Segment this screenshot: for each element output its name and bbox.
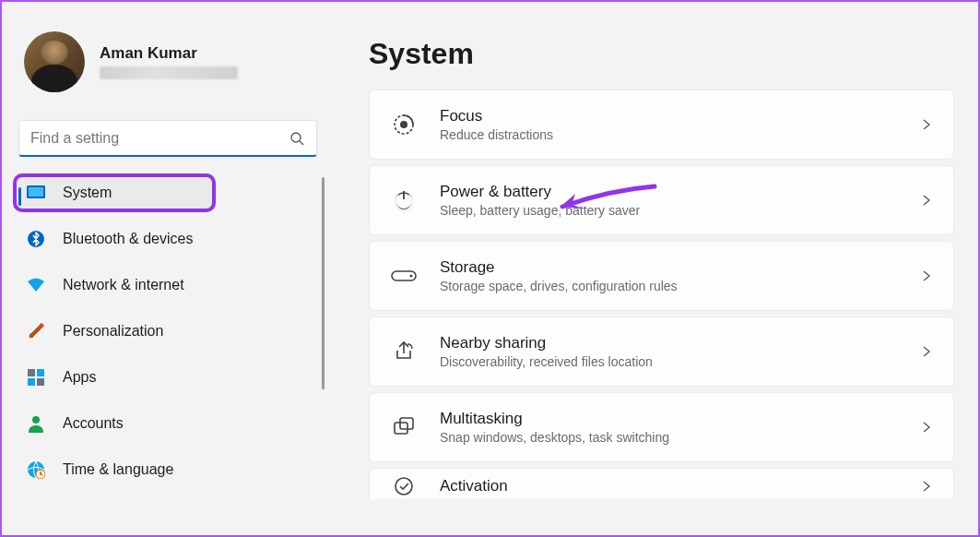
chevron-right-icon [920, 421, 933, 434]
card-text: Focus Reduce distractions [440, 107, 920, 142]
svg-rect-5 [28, 369, 35, 376]
card-text: Nearby sharing Discoverability, received… [440, 334, 920, 369]
apps-icon [26, 367, 46, 388]
card-text: Power & battery Sleep, battery usage, ba… [440, 183, 920, 218]
card-focus[interactable]: Focus Reduce distractions [369, 90, 954, 160]
card-subtitle: Discoverability, received files location [440, 354, 920, 369]
chevron-right-icon [920, 480, 933, 493]
sidebar-item-label: Time & language [63, 461, 173, 478]
sidebar-item-accounts[interactable]: Accounts [13, 404, 321, 443]
sidebar: Aman Kumar System Bluetooth [2, 2, 334, 535]
globe-icon [26, 459, 46, 480]
chevron-right-icon [920, 118, 933, 131]
svg-point-13 [400, 121, 407, 128]
chevron-right-icon [920, 345, 933, 358]
card-text: Activation [440, 477, 920, 495]
card-subtitle: Storage space, drives, configuration rul… [440, 279, 920, 293]
card-title: Nearby sharing [440, 334, 920, 352]
card-subtitle: Sleep, battery usage, battery saver [440, 203, 920, 218]
sidebar-item-network[interactable]: Network & internet [13, 266, 321, 304]
activation-icon [390, 472, 418, 500]
sidebar-item-time-language[interactable]: Time & language [13, 450, 321, 489]
account-header[interactable]: Aman Kumar [13, 20, 323, 103]
sidebar-item-label: Personalization [63, 323, 163, 340]
chevron-right-icon [920, 269, 933, 282]
svg-point-17 [410, 275, 413, 278]
power-icon [390, 186, 418, 214]
card-power-battery[interactable]: Power & battery Sleep, battery usage, ba… [369, 165, 954, 235]
card-multitasking[interactable]: Multitasking Snap windows, desktops, tas… [369, 392, 954, 462]
card-title: Power & battery [440, 183, 920, 201]
sidebar-item-label: System [63, 185, 112, 201]
settings-card-list: Focus Reduce distractions Power & batter… [369, 90, 954, 499]
bluetooth-icon [26, 229, 46, 249]
sidebar-item-system[interactable]: System [13, 173, 216, 212]
card-storage[interactable]: Storage Storage space, drives, configura… [369, 241, 954, 311]
avatar [24, 31, 85, 92]
nav-list: System Bluetooth & devices Network & int… [13, 173, 323, 496]
sidebar-item-label: Bluetooth & devices [63, 231, 193, 247]
scrollbar[interactable] [322, 177, 325, 389]
sidebar-item-bluetooth[interactable]: Bluetooth & devices [13, 220, 321, 258]
display-icon [26, 183, 46, 203]
sidebar-item-label: Network & internet [63, 277, 184, 293]
sidebar-item-apps[interactable]: Apps [13, 358, 321, 397]
main-content: System Focus Reduce distractions [334, 2, 978, 535]
search-input[interactable] [18, 120, 317, 157]
card-text: Multitasking Snap windows, desktops, tas… [440, 410, 920, 445]
card-activation[interactable]: Activation [369, 468, 954, 499]
card-nearby-sharing[interactable]: Nearby sharing Discoverability, received… [369, 316, 954, 387]
card-text: Storage Storage space, drives, configura… [440, 258, 920, 293]
card-subtitle: Reduce distractions [440, 127, 920, 142]
user-info: Aman Kumar [100, 44, 238, 79]
svg-rect-6 [37, 369, 44, 376]
card-subtitle: Snap windows, desktops, task switching [440, 430, 920, 445]
svg-rect-3 [29, 187, 43, 197]
chevron-right-icon [920, 194, 933, 207]
svg-point-9 [32, 416, 40, 424]
share-icon [390, 338, 418, 365]
svg-rect-7 [28, 378, 35, 386]
card-title: Focus [440, 107, 920, 125]
svg-point-20 [396, 478, 412, 495]
sidebar-item-personalization[interactable]: Personalization [13, 312, 321, 351]
multitask-icon [390, 413, 418, 441]
person-icon [26, 413, 46, 434]
focus-icon [390, 111, 418, 138]
storage-icon [390, 262, 418, 290]
sidebar-item-label: Apps [63, 369, 96, 386]
sidebar-item-label: Accounts [63, 415, 124, 432]
card-title: Activation [440, 477, 920, 495]
svg-rect-8 [37, 378, 44, 386]
user-name: Aman Kumar [100, 44, 238, 63]
user-email-redacted [100, 66, 238, 79]
brush-icon [26, 321, 46, 341]
search-wrap [18, 120, 317, 157]
card-title: Multitasking [440, 410, 920, 428]
card-title: Storage [440, 258, 920, 277]
wifi-icon [26, 275, 46, 295]
page-title: System [369, 37, 954, 71]
